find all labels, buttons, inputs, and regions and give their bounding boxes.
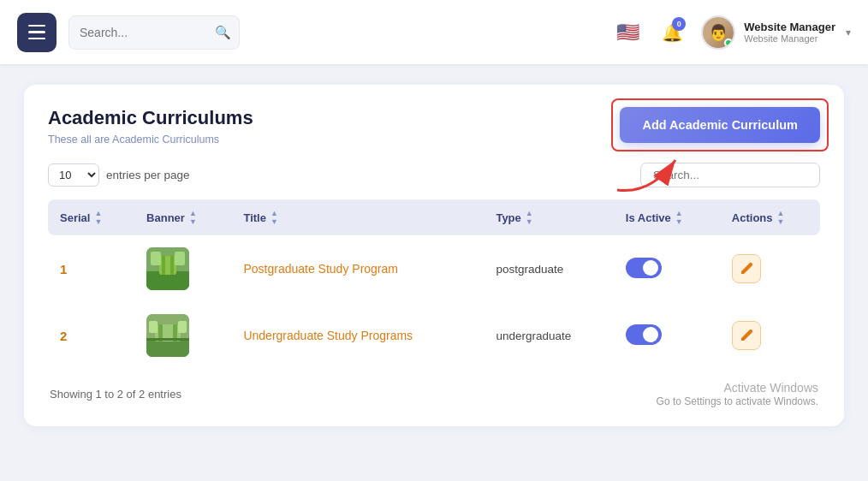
entries-label: entries per page [106,169,190,181]
sort-icon: ▲▼ [94,209,102,226]
user-menu[interactable]: 👨 Website Manager Website Manager ▾ [701,15,851,50]
cell-serial: 2 [48,302,134,369]
user-info: Website Manager Website Manager [744,21,835,44]
col-is-active: Is Active ▲▼ [614,199,720,235]
svg-rect-6 [151,252,161,265]
entries-area: 10 25 50 100 entries per page [48,163,190,187]
cell-title: Postgraduate Study Program [231,235,484,302]
cell-actions [720,235,820,302]
nav-search-input[interactable] [80,26,208,39]
cell-title: Undergraduate Study Programs [231,302,484,369]
search-icon: 🔍 [215,25,231,40]
hamburger-line [28,38,45,40]
table-search-container [640,163,820,187]
sort-icon: ▲▼ [189,209,197,226]
notification-badge: 0 [672,17,686,31]
sort-icon: ▲▼ [675,209,683,226]
table-search-input[interactable] [653,169,807,181]
cell-banner [134,235,231,302]
toolbar-row: 10 25 50 100 entries per page [48,163,820,187]
chevron-down-icon: ▾ [846,27,851,39]
hamburger-button[interactable] [17,13,56,52]
edit-button[interactable] [732,254,761,283]
cell-actions [720,302,820,369]
svg-rect-14 [178,321,187,333]
user-role: Website Manager [744,33,835,44]
user-name: Website Manager [744,21,835,33]
svg-rect-15 [146,338,189,341]
table-row: 2 [48,302,820,369]
hamburger-line [28,31,45,33]
page-title: Academic Curriculums [48,107,253,129]
table-header: Serial ▲▼ Banner ▲▼ Title ▲▼ [48,199,820,235]
sort-icon: ▲▼ [271,209,278,226]
banner-thumbnail [146,247,189,290]
page-subtitle: These all are Academic Curriculums [48,134,253,145]
col-title: Title ▲▼ [231,199,484,235]
active-toggle[interactable] [626,258,662,278]
svg-rect-13 [149,321,158,333]
page-card: Academic Curriculums These all are Acade… [24,85,844,426]
add-curriculum-button[interactable]: Add Academic Curriculum [620,107,820,143]
svg-rect-4 [162,256,165,275]
banner-thumbnail [146,314,189,357]
activate-windows-notice: Activate Windows Go to Settings to activ… [657,381,818,407]
nav-search-container: 🔍 [68,15,240,50]
cell-banner [134,302,231,369]
hamburger-line [28,25,45,27]
navbar: 🔍 🇺🇸 🔔 0 👨 Website Manager Website Manag… [0,0,868,64]
edit-button[interactable] [732,321,761,350]
activate-windows-title: Activate Windows [657,381,818,395]
active-toggle[interactable] [626,324,662,345]
notification-button[interactable]: 🔔 0 [657,17,687,48]
cell-is-active [614,302,720,369]
svg-rect-5 [170,256,174,275]
nav-right-area: 🇺🇸 🔔 0 👨 Website Manager Website Manager… [612,15,851,50]
svg-rect-9 [146,340,189,357]
table-footer: Showing 1 to 2 of 2 entries Activate Win… [48,381,820,407]
col-type: Type ▲▼ [484,199,613,235]
sort-icon: ▲▼ [777,209,785,226]
cell-type: undergraduate [484,302,613,369]
online-indicator [724,39,733,47]
cell-is-active [614,235,720,302]
cell-serial: 1 [48,235,134,302]
table-row: 1 [48,235,820,302]
showing-entries-text: Showing 1 to 2 of 2 entries [50,388,181,401]
card-header: Academic Curriculums These all are Acade… [48,107,820,145]
activate-windows-subtitle: Go to Settings to activate Windows. [657,395,818,407]
entries-select[interactable]: 10 25 50 100 [48,163,99,187]
page-header-text: Academic Curriculums These all are Acade… [48,107,253,145]
data-table: Serial ▲▼ Banner ▲▼ Title ▲▼ [48,199,820,369]
svg-rect-7 [175,252,185,265]
main-content: Academic Curriculums These all are Acade… [0,64,868,447]
sort-icon: ▲▼ [526,209,533,226]
col-serial: Serial ▲▼ [48,199,134,235]
add-button-wrapper: Add Academic Curriculum [620,107,820,143]
cell-type: postgraduate [484,235,613,302]
table-body: 1 [48,235,820,369]
col-banner: Banner ▲▼ [134,199,231,235]
col-actions: Actions ▲▼ [720,199,820,235]
language-flag[interactable]: 🇺🇸 [612,17,643,48]
avatar: 👨 [701,15,735,50]
